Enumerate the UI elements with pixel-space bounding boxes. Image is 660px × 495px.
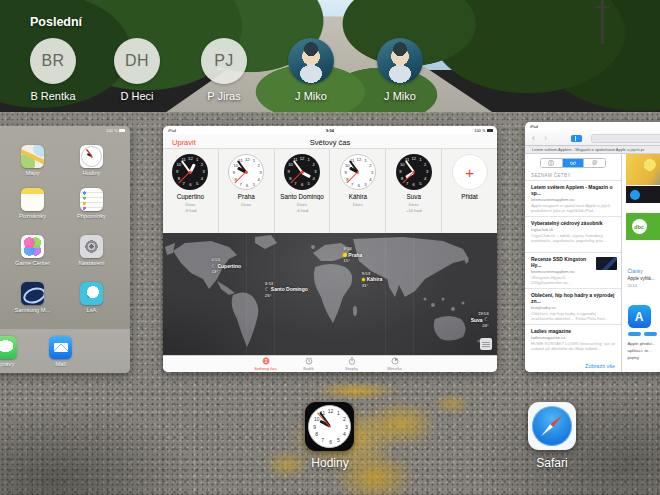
lsa-app-icon[interactable] (80, 282, 103, 305)
reading-list-item[interactable]: Vyberatelný cédrový zásobník cigarclub.s… (525, 216, 621, 252)
share-buttons (628, 332, 657, 336)
recent-contact-p-jiras[interactable]: PJ P Jiras (201, 38, 247, 84)
safari-app-card[interactable]: iPad ‹ › Letem světem Applem - Magazín o… (525, 122, 660, 372)
home-app-mapy[interactable]: Mapy (3, 145, 62, 176)
safari-tab-title[interactable]: Letem světem Applem - Magazín o společno… (525, 146, 660, 154)
home-app-lsa[interactable]: LsA (62, 282, 121, 313)
tab-stopky[interactable]: Stopky (336, 357, 368, 371)
map-marker-suva: 19:53Suva☾24° (471, 311, 489, 329)
compass-needle (540, 414, 565, 439)
world-clock-kahira[interactable]: 123456789101112 Káhira Dnes (330, 149, 386, 233)
tab-label: Budík (303, 366, 314, 371)
article-text: aplikací, te... (628, 348, 652, 353)
avatar-photo[interactable] (377, 38, 423, 84)
avatar-photo[interactable] (288, 38, 334, 84)
analog-clock: 123456789101112 (340, 154, 376, 190)
sidebar-toggle-icon[interactable] (571, 135, 582, 143)
webpage-content[interactable]: dbc Články Apple vyhlá... 2014 A Apple p… (623, 154, 660, 372)
article-text: Apple předst... (628, 341, 656, 346)
clock-app-icon[interactable] (80, 145, 103, 168)
offset-label: -9 hod (184, 208, 196, 213)
clock-launcher-icon[interactable]: 123456789101112 (305, 402, 354, 451)
world-clock-santo-domingo[interactable]: 123456789101112 Santo Domingo Dnes-6 hod (275, 149, 331, 233)
home-app-samsung[interactable]: Samsung M... (3, 282, 62, 313)
world-clock-suva[interactable]: 123456789101112 Suva Dnes+10 hod (386, 149, 442, 233)
add-city-button[interactable]: + (452, 154, 488, 190)
map-marker-santo-domingo: 3:53☾Santo Domingo26° (265, 281, 308, 299)
reading-list-item[interactable]: Recenze SSD Kingston Hy... letemsvetemap… (525, 252, 621, 288)
item-title: Vyberatelný cédrový zásobník (531, 220, 616, 226)
dock-app-zpravy[interactable]: Zprávy (0, 336, 35, 367)
item-title: Letem světem Applem - Magazín o sp... (531, 184, 616, 197)
timer-icon (391, 357, 399, 365)
avatar-initials[interactable]: PJ (201, 38, 247, 84)
reading-list-segment[interactable] (563, 159, 585, 167)
app-label: Připomínky (62, 213, 121, 219)
home-card-statusbar: 100 % (106, 128, 125, 133)
day-label: Dnes (185, 202, 195, 207)
item-url: krutyhadry.cz (531, 305, 616, 310)
clock-app-card[interactable]: iPad 9:54 100 % Upravit Světový čas 1234… (163, 126, 497, 372)
forward-button[interactable]: › (544, 132, 547, 144)
analog-clock: 123456789101112 (396, 154, 432, 190)
add-city-label: Přidat (442, 193, 497, 200)
reading-list-item[interactable]: Letem světem Applem - Magazín o sp... le… (525, 180, 621, 216)
item-thumbnail (596, 257, 617, 270)
safari-sidebar: @ SEZNAM ČETBY Letem světem Applem - Mag… (525, 154, 622, 372)
show-all-link[interactable]: Zobrazit vše (585, 363, 615, 369)
item-description: #Kingston-HyperX-240gZapomeňte na... (531, 275, 593, 286)
avatar-initials-text: BR (41, 52, 64, 70)
reminders-app-icon[interactable] (80, 188, 103, 211)
mail-app-icon[interactable] (49, 336, 72, 359)
recent-contact-d-heci[interactable]: DH D Heci (114, 38, 160, 84)
recent-contact-j-miko-1[interactable]: J Miko (288, 38, 334, 84)
home-app-pripominky[interactable]: Připomínky (62, 188, 121, 219)
world-clock-praha[interactable]: 123456789101112 Praha Dnes (219, 149, 275, 233)
reading-list-item[interactable]: Oblečení, hip hop hadry a výprodej zn...… (525, 288, 621, 324)
item-description: CigarClub.sk – tabák, cigary, humidory, … (531, 233, 616, 244)
bookmarks-segment[interactable] (541, 159, 563, 167)
tab-budik[interactable]: Budík (293, 357, 325, 371)
home-app-poznamky[interactable]: Poznámky (3, 188, 62, 219)
app-switcher-screen: Poslední BR B Rentka DH D Heci PJ P Jira… (0, 0, 660, 495)
add-city-cell[interactable]: + Přidat (442, 149, 497, 233)
shared-links-segment[interactable]: @ (584, 159, 605, 167)
city-label: Praha (219, 193, 274, 200)
settings-app-icon[interactable] (80, 235, 103, 258)
avatar-initials[interactable]: BR (30, 38, 76, 84)
samsung-app-icon[interactable] (21, 282, 44, 305)
notes-app-icon[interactable] (21, 188, 44, 211)
recent-contact-b-rentka[interactable]: BR B Rentka (30, 38, 76, 84)
edit-button[interactable]: Upravit (172, 138, 196, 147)
contact-name: D Heci (87, 90, 187, 102)
game-center-app-icon[interactable] (21, 235, 44, 258)
dock-app-mail[interactable]: Mail (31, 336, 90, 367)
home-app-nastaveni[interactable]: Nastavení (62, 235, 121, 266)
recents-title: Poslední (30, 15, 82, 29)
day-label: Dnes (353, 202, 363, 207)
maps-app-icon[interactable] (21, 145, 44, 168)
day-label: Dnes (409, 202, 419, 207)
avatar-initials-text: PJ (214, 52, 234, 70)
home-app-gamecenter[interactable]: Game Center (3, 235, 62, 266)
back-button[interactable]: ‹ (532, 132, 535, 144)
tab-svetovy-cas[interactable]: Světový čas (250, 357, 282, 371)
article-text: pojmy (628, 355, 639, 360)
item-url: letemsvetemapplem.eu (531, 269, 593, 274)
avatar-initials[interactable]: DH (114, 38, 160, 84)
background-utility-pole (601, 0, 604, 44)
status-carrier: iPad (530, 124, 538, 129)
status-carrier: iPad (168, 128, 176, 133)
address-bar[interactable] (591, 134, 660, 143)
map-marker-praha: 9:53Praha15° (343, 246, 362, 264)
home-app-hodiny[interactable]: Hodiny (62, 145, 121, 176)
tab-minutka[interactable]: Minutka (379, 357, 411, 371)
safari-launcher-icon[interactable] (528, 402, 576, 450)
reading-list-item[interactable]: Ladies magazine ladiesmagazine.cz HOME K… (525, 324, 621, 360)
world-clock-cupertino[interactable]: 123456789101112 Cupertino Dnes-9 hod (163, 149, 219, 233)
messages-app-icon[interactable] (0, 336, 17, 359)
recent-contact-j-miko-2[interactable]: J Miko (377, 38, 423, 84)
home-dock: Zprávy Mail (0, 329, 130, 373)
home-screen-card[interactable]: 100 % Mapy Hodiny Poznámky Připomínky Ga… (0, 126, 130, 373)
avatar-initials-text: DH (125, 52, 149, 70)
